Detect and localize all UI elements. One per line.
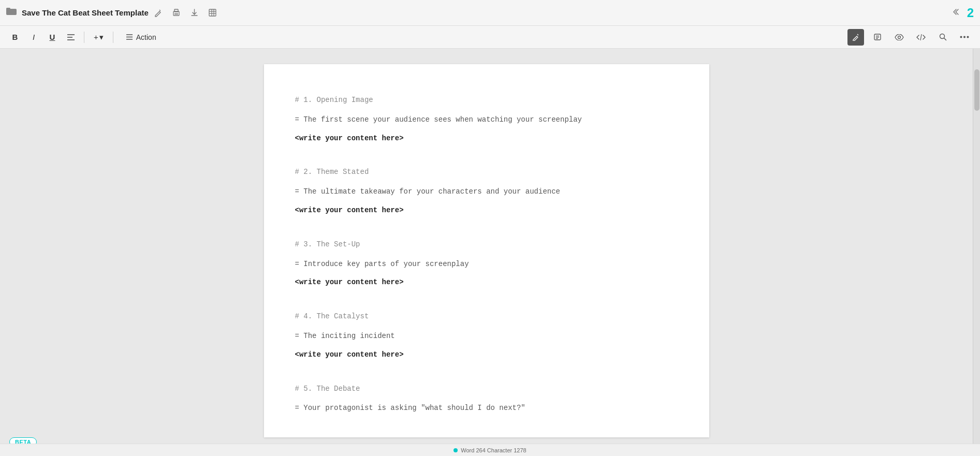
italic-button[interactable]: I bbox=[26, 30, 41, 45]
scrollbar-track[interactable] bbox=[973, 49, 980, 456]
svg-rect-4 bbox=[174, 13, 178, 14]
more-button[interactable] bbox=[956, 29, 973, 46]
section-5-heading: # 5. The Debate bbox=[295, 383, 678, 395]
section-3-description: = Introduce key parts of your screenplay bbox=[295, 258, 678, 271]
underline-button[interactable]: U bbox=[45, 30, 60, 45]
svg-rect-5 bbox=[209, 9, 216, 16]
format-button[interactable] bbox=[869, 29, 886, 46]
svg-point-20 bbox=[898, 36, 901, 38]
scrollbar-thumb[interactable] bbox=[974, 69, 979, 111]
status-dot bbox=[454, 448, 458, 452]
top-bar: Save The Cat Beat Sheet Template 2 bbox=[0, 0, 980, 26]
toolbar-divider-1 bbox=[84, 32, 84, 43]
svg-line-23 bbox=[944, 38, 946, 40]
section-3-heading: # 3. The Set-Up bbox=[295, 239, 678, 251]
chevron-down-icon: ▾ bbox=[99, 33, 104, 42]
section-5-description: = Your protagonist is asking "what shoul… bbox=[295, 402, 678, 415]
editor-container[interactable]: # 1. Opening Image = The first scene you… bbox=[0, 49, 973, 456]
section-3-placeholder[interactable]: <write your content here> bbox=[295, 276, 678, 289]
section-4-placeholder[interactable]: <write your content here> bbox=[295, 349, 678, 361]
svg-point-24 bbox=[960, 36, 962, 38]
insert-button[interactable]: + ▾ bbox=[90, 31, 108, 44]
view-mode-button[interactable] bbox=[891, 29, 908, 46]
plus-label: + bbox=[94, 33, 98, 41]
svg-line-21 bbox=[920, 34, 922, 40]
edit-mode-button[interactable] bbox=[847, 29, 864, 46]
top-bar-left: Save The Cat Beat Sheet Template bbox=[6, 7, 945, 18]
bold-button[interactable]: B bbox=[7, 30, 23, 45]
status-text: Word 264 Character 1278 bbox=[461, 447, 526, 453]
svg-rect-1 bbox=[6, 8, 10, 10]
page-number: 2 bbox=[967, 6, 974, 20]
toolbar-right bbox=[847, 29, 973, 46]
download-icon[interactable] bbox=[190, 8, 199, 17]
document-title: Save The Cat Beat Sheet Template bbox=[22, 8, 149, 17]
rename-icon[interactable] bbox=[154, 8, 163, 17]
action-button[interactable]: Action bbox=[121, 31, 162, 43]
section-2-heading: # 2. Theme Stated bbox=[295, 166, 678, 179]
section-2-placeholder[interactable]: <write your content here> bbox=[295, 204, 678, 217]
editor-content[interactable]: # 1. Opening Image = The first scene you… bbox=[295, 94, 678, 415]
section-4-description: = The inciting incident bbox=[295, 330, 678, 343]
svg-point-26 bbox=[967, 36, 969, 38]
editor-page: # 1. Opening Image = The first scene you… bbox=[264, 64, 709, 437]
top-bar-icons bbox=[154, 8, 217, 17]
section-1-description: = The first scene your audience sees whe… bbox=[295, 114, 678, 126]
status-bar: Word 264 Character 1278 bbox=[0, 444, 980, 456]
code-button[interactable] bbox=[913, 29, 929, 46]
main-area: # 1. Opening Image = The first scene you… bbox=[0, 49, 980, 456]
folder-icon[interactable] bbox=[6, 7, 17, 18]
section-2-description: = The ultimate takeaway for your charact… bbox=[295, 186, 678, 198]
section-4-heading: # 4. The Catalyst bbox=[295, 311, 678, 323]
collapse-icon[interactable] bbox=[950, 7, 960, 19]
table-icon[interactable] bbox=[208, 8, 217, 17]
toolbar: B I U + ▾ Action bbox=[0, 26, 980, 49]
print-icon[interactable] bbox=[172, 8, 181, 17]
section-1-heading: # 1. Opening Image bbox=[295, 94, 678, 107]
align-button[interactable] bbox=[63, 30, 79, 45]
svg-point-25 bbox=[963, 36, 966, 38]
action-label: Action bbox=[136, 33, 156, 41]
toolbar-divider-2 bbox=[113, 32, 113, 43]
top-bar-right: 2 bbox=[950, 6, 974, 20]
search-button[interactable] bbox=[934, 29, 951, 46]
section-1-placeholder[interactable]: <write your content here> bbox=[295, 133, 678, 145]
